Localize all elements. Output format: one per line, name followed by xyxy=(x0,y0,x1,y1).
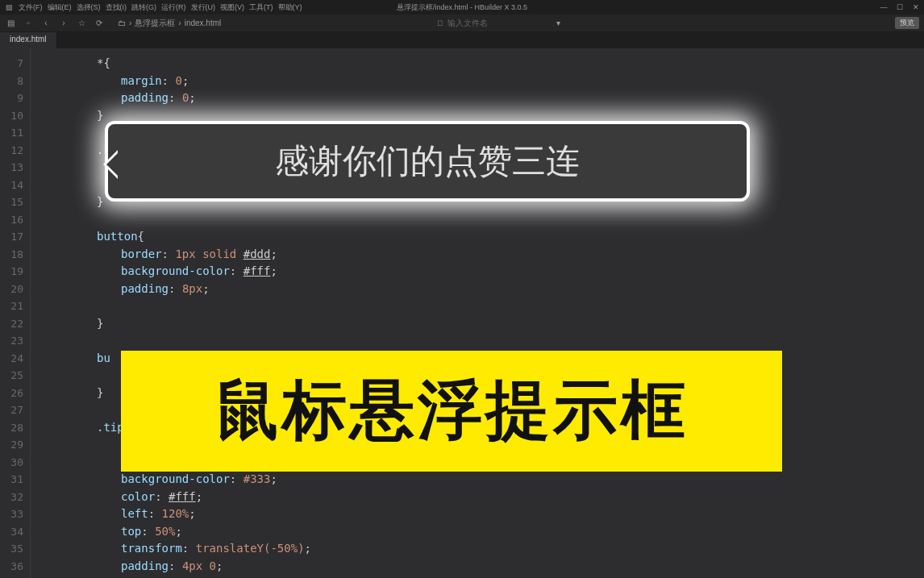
code-line[interactable]: margin: 0; xyxy=(40,73,924,90)
title-banner: 鼠标悬浮提示框 xyxy=(121,351,782,472)
breadcrumb-root: 悬浮提示框 xyxy=(135,18,175,29)
code-line[interactable]: top: 50%; xyxy=(40,523,924,541)
search-placeholder: 输入文件名 xyxy=(447,18,488,29)
code-line[interactable]: background-color: #333; xyxy=(40,471,924,489)
app-logo-icon: ▧ xyxy=(3,2,15,13)
code-line[interactable]: border: 1px solid #ddd; xyxy=(40,246,924,264)
star-icon[interactable]: ☆ xyxy=(76,18,87,29)
titlebar: ▧ 文件(F)编辑(E)选择(S)查找(I)跳转(G)运行(R)发行(U)视图(… xyxy=(0,0,924,15)
tooltip-text: 感谢你们的点赞三连 xyxy=(275,139,580,184)
code-line[interactable]: *{ xyxy=(40,55,924,73)
code-line[interactable]: left: 120%; xyxy=(40,505,924,523)
toolbar: ▤ ▫ ‹ › ☆ ⟳ 🗀 › 悬浮提示框 › index.html 🗋 输入文… xyxy=(0,15,924,32)
save-icon[interactable]: ▫ xyxy=(23,18,34,29)
preview-button[interactable]: 预览 xyxy=(895,17,919,29)
tabs: index.html xyxy=(0,32,924,48)
maximize-button[interactable]: ☐ xyxy=(895,3,905,11)
code-line[interactable]: transform: translateY(-50%); xyxy=(40,540,924,558)
code-line[interactable]: padding: 0; xyxy=(40,89,924,107)
menu-item[interactable]: 发行(U) xyxy=(189,3,219,11)
code-line[interactable]: button{ xyxy=(40,228,924,246)
breadcrumb-file: index.html xyxy=(185,19,222,27)
code-line[interactable]: background-color: #fff; xyxy=(40,263,924,281)
banner-text: 鼠标悬浮提示框 xyxy=(214,368,689,455)
menu-item[interactable]: 编辑(E) xyxy=(45,3,74,11)
folder-icon: 🗀 xyxy=(118,19,126,27)
code-line[interactable]: padding: 8px; xyxy=(40,281,924,298)
menu-item[interactable]: 运行(R) xyxy=(159,3,189,11)
tab-index-html[interactable]: index.html xyxy=(0,32,57,48)
code-line[interactable] xyxy=(40,211,924,229)
menu-item[interactable]: 查找(I) xyxy=(103,3,130,11)
tooltip-bubble: 感谢你们的点赞三连 xyxy=(105,121,750,202)
menu-item[interactable]: 视图(V) xyxy=(218,3,247,11)
search-box[interactable]: 🗋 输入文件名 xyxy=(436,18,488,29)
window-title: 悬浮提示框/index.html - HBuilder X 3.0.5 xyxy=(397,2,527,13)
code-line[interactable] xyxy=(40,332,924,350)
code-line[interactable] xyxy=(40,297,924,315)
line-numbers: 7891011121314151617181920212223242526272… xyxy=(0,48,31,578)
menu-item[interactable]: 跳转(G) xyxy=(129,3,159,11)
refresh-icon[interactable]: ⟳ xyxy=(94,18,105,29)
menu-item[interactable]: 工具(T) xyxy=(247,3,276,11)
breadcrumb[interactable]: 🗀 › 悬浮提示框 › index.html xyxy=(118,18,221,29)
funnel-icon[interactable]: ▾ xyxy=(556,19,560,27)
code-line[interactable]: padding: 4px 0; xyxy=(40,558,924,576)
menu-item[interactable]: 选择(S) xyxy=(74,3,103,11)
back-icon[interactable]: ‹ xyxy=(40,18,52,29)
minimize-button[interactable]: — xyxy=(879,3,889,11)
menu-item[interactable]: 帮助(Y) xyxy=(276,3,305,11)
menu-item[interactable]: 文件(F) xyxy=(16,3,45,11)
search-icon: 🗋 xyxy=(436,19,444,27)
close-button[interactable]: ✕ xyxy=(911,3,921,11)
code-line[interactable]: } xyxy=(40,315,924,333)
new-file-icon[interactable]: ▤ xyxy=(5,18,16,29)
menu-bar: ▧ 文件(F)编辑(E)选择(S)查找(I)跳转(G)运行(R)发行(U)视图(… xyxy=(3,2,305,13)
code-line[interactable]: color: #fff; xyxy=(40,489,924,506)
forward-icon[interactable]: › xyxy=(58,18,69,29)
